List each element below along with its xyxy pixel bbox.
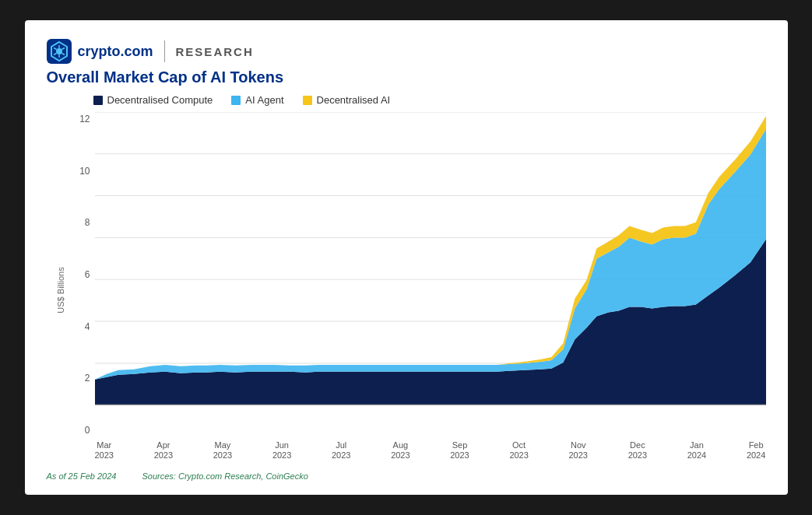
logo-area: crypto.com [47, 39, 153, 64]
y-tick-8: 8 [67, 217, 95, 228]
legend-label-compute: Decentralised Compute [107, 94, 213, 106]
x-tick-jun23: Jun2023 [272, 440, 291, 461]
legend-label-agent: AI Agent [245, 94, 283, 106]
logo-text: crypto.com [78, 44, 153, 60]
legend-dot-agent [231, 96, 241, 105]
x-tick-jul23: Jul2023 [332, 440, 350, 461]
chart-card: crypto.com RESEARCH Overall Market Cap o… [25, 20, 788, 495]
header-divider [164, 40, 165, 62]
crypto-logo-icon [47, 39, 72, 64]
x-tick-nov23: Nov2023 [569, 440, 588, 461]
y-tick-4: 4 [67, 321, 95, 332]
y-tick-2: 2 [67, 373, 95, 384]
legend-dot-decentral-ai [303, 96, 312, 105]
chart-svg [95, 112, 766, 436]
legend-item-compute: Decentralised Compute [93, 94, 213, 106]
x-tick-jan24: Jan2024 [687, 440, 706, 461]
sources-text: Sources: Crypto.com Research, CoinGecko [142, 471, 308, 481]
x-tick-aug23: Aug2023 [391, 440, 410, 461]
x-tick-mar23: Mar2023 [95, 440, 114, 461]
y-tick-10: 10 [67, 166, 95, 177]
x-tick-feb24: Feb2024 [747, 440, 765, 461]
x-tick-dec23: Dec2023 [628, 440, 647, 461]
header: crypto.com RESEARCH [47, 39, 766, 64]
y-tick-6: 6 [67, 269, 95, 280]
x-tick-sep23: Sep2023 [450, 440, 469, 461]
footer: As of 25 Feb 2024 Sources: Crypto.com Re… [47, 471, 766, 481]
x-tick-apr23: Apr2023 [154, 440, 173, 461]
y-tick-0: 0 [67, 425, 95, 436]
chart-title: Overall Market Cap of AI Tokens [47, 68, 766, 86]
y-tick-12: 12 [67, 114, 95, 124]
legend-dot-compute [93, 96, 103, 105]
y-axis-label: US$ Billions [56, 243, 65, 337]
svg-point-2 [56, 48, 62, 54]
x-tick-may23: May2023 [213, 440, 232, 461]
chart-area: US$ Billions 12 10 8 6 4 2 0 [53, 112, 766, 468]
legend: Decentralised Compute AI Agent Decentral… [93, 94, 766, 106]
legend-label-decentral-ai: Decentralised AI [317, 94, 391, 106]
x-tick-oct23: Oct2023 [509, 440, 528, 461]
research-label: RESEARCH [176, 45, 254, 58]
legend-item-agent: AI Agent [231, 94, 283, 106]
legend-item-decentral-ai: Decentralised AI [303, 94, 391, 106]
as-of-text: As of 25 Feb 2024 [47, 471, 117, 481]
